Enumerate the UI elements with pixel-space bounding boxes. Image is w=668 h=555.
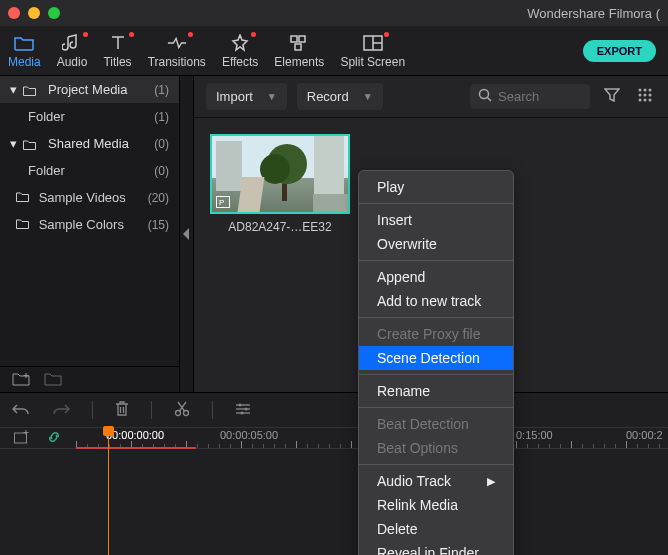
link-button[interactable] bbox=[46, 429, 62, 448]
search-input[interactable] bbox=[498, 89, 578, 104]
svg-point-19 bbox=[176, 410, 181, 415]
section-label: Project Media bbox=[48, 82, 127, 97]
import-dropdown[interactable]: Import ▼ bbox=[206, 83, 287, 110]
new-folder-button[interactable] bbox=[12, 371, 30, 389]
transitions-icon bbox=[167, 33, 187, 53]
media-clip[interactable]: P AD82A247-…EE32 bbox=[210, 134, 350, 234]
svg-point-16 bbox=[649, 99, 652, 102]
svg-rect-1 bbox=[299, 36, 305, 42]
timeline-playhead[interactable] bbox=[108, 428, 109, 555]
svg-point-11 bbox=[639, 94, 642, 97]
tab-label: Titles bbox=[103, 55, 131, 69]
add-track-button[interactable] bbox=[14, 430, 30, 447]
search-field[interactable] bbox=[470, 84, 590, 109]
chevron-down-icon: ▾ bbox=[10, 82, 17, 97]
clip-thumbnail[interactable]: P bbox=[210, 134, 350, 214]
tab-elements[interactable]: Elements bbox=[266, 33, 332, 75]
svg-line-7 bbox=[488, 98, 492, 102]
tab-split-screen[interactable]: Split Screen bbox=[332, 33, 413, 75]
sidebar-item-sample-colors[interactable]: Sample Colors (15) bbox=[0, 211, 179, 238]
sidebar-item-folder[interactable]: Folder (0) bbox=[0, 157, 179, 184]
context-menu-item[interactable]: Audio Track▶ bbox=[359, 469, 513, 493]
tab-effects[interactable]: Effects bbox=[214, 33, 266, 75]
context-menu-label: Append bbox=[377, 269, 425, 285]
folder-icon bbox=[16, 217, 29, 228]
svg-point-20 bbox=[184, 410, 189, 415]
chevron-right-icon: ▶ bbox=[487, 475, 495, 488]
clip-context-menu: PlayInsertOverwriteAppendAdd to new trac… bbox=[358, 170, 514, 555]
sidebar-item-folder[interactable]: Folder (1) bbox=[0, 103, 179, 130]
sidebar-footer bbox=[0, 366, 179, 392]
tab-titles[interactable]: Titles bbox=[95, 33, 139, 75]
redo-button[interactable] bbox=[52, 402, 70, 419]
chevron-down-icon: ▼ bbox=[363, 91, 373, 102]
section-count: (0) bbox=[154, 137, 169, 151]
split-button[interactable] bbox=[174, 401, 190, 420]
context-menu-item[interactable]: Append bbox=[359, 265, 513, 289]
export-button[interactable]: EXPORT bbox=[583, 40, 656, 62]
audio-icon bbox=[62, 33, 82, 53]
maximize-window-button[interactable] bbox=[48, 7, 60, 19]
search-icon bbox=[478, 88, 492, 105]
tab-label: Transitions bbox=[148, 55, 206, 69]
edit-tools-button[interactable] bbox=[235, 402, 251, 419]
svg-rect-0 bbox=[291, 36, 297, 42]
folder-icon bbox=[23, 138, 36, 149]
timeline-panel: 00:00:00:0000:00:05:000:15:0000:00:2 bbox=[0, 392, 668, 555]
sidebar-item-shared-media[interactable]: ▾ Shared Media (0) bbox=[0, 130, 179, 157]
context-menu-item[interactable]: Relink Media bbox=[359, 493, 513, 517]
svg-rect-2 bbox=[295, 44, 301, 50]
svg-rect-27 bbox=[15, 433, 27, 443]
context-menu-item[interactable]: Delete bbox=[359, 517, 513, 541]
tab-label: Effects bbox=[222, 55, 258, 69]
context-menu-separator bbox=[359, 374, 513, 375]
context-menu-item[interactable]: Reveal in Finder bbox=[359, 541, 513, 555]
collapse-sidebar-button[interactable] bbox=[180, 76, 194, 392]
close-window-button[interactable] bbox=[8, 7, 20, 19]
undo-button[interactable] bbox=[12, 402, 30, 419]
tab-audio[interactable]: Audio bbox=[49, 33, 96, 75]
context-menu-label: Relink Media bbox=[377, 497, 458, 513]
context-menu-item: Create Proxy file bbox=[359, 322, 513, 346]
tab-transitions[interactable]: Transitions bbox=[140, 33, 214, 75]
folder-icon bbox=[16, 190, 29, 201]
svg-point-9 bbox=[644, 89, 647, 92]
context-menu-separator bbox=[359, 260, 513, 261]
minimize-window-button[interactable] bbox=[28, 7, 40, 19]
context-menu-item[interactable]: Scene Detection bbox=[359, 346, 513, 370]
filter-button[interactable] bbox=[600, 84, 624, 109]
window-titlebar: Wondershare Filmora ( bbox=[0, 0, 668, 26]
grid-view-button[interactable] bbox=[634, 84, 656, 109]
context-menu-item[interactable]: Rename bbox=[359, 379, 513, 403]
context-menu-item[interactable]: Play bbox=[359, 175, 513, 199]
timeline-tracks[interactable] bbox=[0, 449, 668, 539]
svg-text:P: P bbox=[219, 198, 224, 207]
main-toolbar: Media Audio Titles Transitions Effects bbox=[0, 26, 668, 76]
svg-point-26 bbox=[241, 411, 244, 414]
context-menu-item[interactable]: Overwrite bbox=[359, 232, 513, 256]
delete-button[interactable] bbox=[115, 401, 129, 420]
context-menu-item: Beat Detection bbox=[359, 412, 513, 436]
context-menu-label: Play bbox=[377, 179, 404, 195]
window-title: Wondershare Filmora ( bbox=[527, 6, 660, 21]
section-label: Sample Colors bbox=[39, 217, 124, 232]
tab-label: Elements bbox=[274, 55, 324, 69]
context-menu-item[interactable]: Add to new track bbox=[359, 289, 513, 313]
chevron-down-icon: ▼ bbox=[267, 91, 277, 102]
svg-point-24 bbox=[239, 403, 242, 406]
section-label: Sample Videos bbox=[39, 190, 126, 205]
folder-icon bbox=[23, 84, 36, 95]
folder-label: Folder bbox=[28, 163, 65, 178]
context-menu-label: Add to new track bbox=[377, 293, 481, 309]
svg-point-6 bbox=[480, 90, 489, 99]
timeline-ruler[interactable]: 00:00:00:0000:00:05:000:15:0000:00:2 bbox=[0, 427, 668, 449]
sidebar-item-sample-videos[interactable]: Sample Videos (20) bbox=[0, 184, 179, 211]
dropdown-label: Record bbox=[307, 89, 349, 104]
sidebar-item-project-media[interactable]: ▾ Project Media (1) bbox=[0, 76, 179, 103]
tab-media[interactable]: Media bbox=[0, 33, 49, 75]
delete-folder-button[interactable] bbox=[44, 371, 62, 389]
record-dropdown[interactable]: Record ▼ bbox=[297, 83, 383, 110]
context-menu-label: Delete bbox=[377, 521, 417, 537]
context-menu-item: Beat Options bbox=[359, 436, 513, 460]
context-menu-item[interactable]: Insert bbox=[359, 208, 513, 232]
